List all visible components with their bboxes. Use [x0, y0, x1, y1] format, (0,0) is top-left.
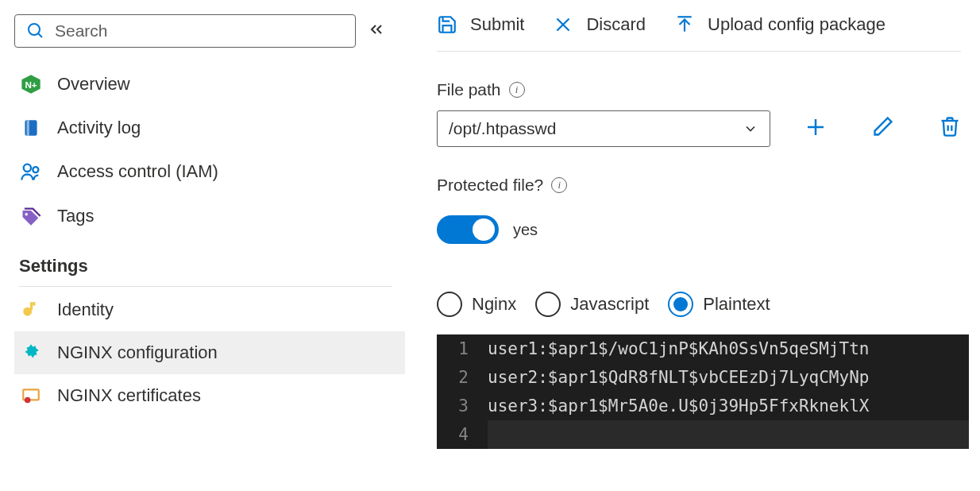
code-editor[interactable]: 1user1:$apr1$/woC1jnP$KAh0SsVn5qeSMjTtn … [437, 334, 969, 449]
add-file-button[interactable] [804, 115, 828, 143]
file-path-row: /opt/.htpasswd [437, 110, 980, 147]
sidebar-item-label: Identity [57, 300, 114, 320]
protected-value-label: yes [513, 221, 538, 239]
save-icon [437, 14, 457, 35]
sidebar-item-label: NGINX certificates [57, 385, 201, 406]
settings-section-label: Settings [19, 256, 392, 287]
toolbar-label: Discard [586, 14, 646, 35]
info-icon[interactable]: i [551, 177, 567, 193]
svg-rect-11 [33, 302, 35, 305]
sidebar-item-label: Tags [57, 206, 94, 226]
chevron-double-left-icon [367, 20, 386, 39]
search-row: Search [14, 14, 405, 48]
protected-toggle-row: yes [437, 215, 980, 244]
notebook-icon [19, 118, 43, 138]
toolbar: Submit Discard Upload config package [437, 14, 961, 52]
line-number: 4 [437, 420, 488, 449]
code-line: user3:$apr1$Mr5A0e.U$0j39Hp5FfxRkneklX [488, 392, 969, 420]
search-placeholder: Search [55, 21, 108, 41]
trash-icon [939, 115, 961, 137]
close-icon [553, 14, 573, 35]
file-path-value: /opt/.htpasswd [449, 119, 556, 138]
toggle-knob [473, 218, 495, 241]
sidebar-item-nginx-certificates[interactable]: NGINX certificates [14, 374, 405, 417]
line-number: 2 [437, 363, 488, 392]
svg-text:N+: N+ [25, 79, 37, 90]
file-actions [804, 115, 961, 143]
nginx-icon: N+ [19, 73, 43, 95]
toolbar-label: Submit [470, 14, 524, 35]
svg-line-1 [38, 33, 42, 37]
svg-point-14 [25, 397, 31, 404]
sidebar-item-activity-log[interactable]: Activity log [14, 106, 405, 149]
sidebar-item-label: NGINX configuration [57, 342, 218, 363]
gear-icon [19, 342, 43, 363]
syntax-option-plaintext[interactable]: Plaintext [668, 292, 770, 317]
code-line [488, 420, 969, 449]
sidebar-item-nginx-configuration[interactable]: NGINX configuration [14, 331, 405, 374]
radio-icon [535, 292, 561, 317]
svg-rect-5 [27, 120, 29, 136]
pencil-icon [872, 115, 894, 137]
radio-icon [437, 292, 462, 317]
sidebar-item-identity[interactable]: Identity [14, 288, 405, 331]
sidebar-item-overview[interactable]: N+ Overview [14, 62, 405, 106]
sidebar-item-label: Access control (IAM) [57, 161, 218, 182]
svg-point-6 [24, 164, 31, 172]
people-icon [19, 160, 43, 183]
svg-point-7 [33, 167, 38, 172]
sidebar-item-access-control[interactable]: Access control (IAM) [14, 149, 405, 194]
protected-toggle[interactable] [437, 215, 499, 244]
tag-icon [19, 205, 43, 227]
collapse-sidebar-button[interactable] [367, 20, 386, 43]
submit-button[interactable]: Submit [437, 14, 524, 35]
sidebar-item-label: Activity log [57, 118, 141, 138]
file-path-label: File path i [437, 80, 980, 99]
sidebar: Search N+ Overview Activity log Access c… [0, 0, 405, 491]
file-path-label-text: File path [437, 80, 501, 99]
line-number: 1 [437, 334, 488, 363]
svg-point-8 [25, 213, 28, 216]
certificate-icon [19, 385, 43, 406]
protected-label-text: Protected file? [437, 176, 543, 195]
line-number: 3 [437, 392, 488, 420]
radio-icon [668, 292, 693, 317]
info-icon[interactable]: i [509, 82, 525, 98]
search-icon [26, 21, 45, 41]
key-icon [19, 300, 43, 320]
code-line: user1:$apr1$/woC1jnP$KAh0SsVn5qeSMjTtn [488, 334, 969, 363]
toolbar-label: Upload config package [708, 14, 885, 35]
syntax-option-javascript[interactable]: Javascript [535, 292, 649, 317]
plus-icon [804, 115, 828, 139]
upload-icon [674, 14, 695, 35]
code-line: user2:$apr1$QdR8fNLT$vbCEEzDj7LyqCMyNp [488, 363, 969, 392]
sidebar-item-tags[interactable]: Tags [14, 194, 405, 238]
edit-file-button[interactable] [872, 115, 894, 143]
discard-button[interactable]: Discard [553, 14, 646, 35]
main-panel: Submit Discard Upload config package Fil… [405, 0, 980, 491]
svg-rect-10 [30, 302, 33, 310]
sidebar-item-label: Overview [57, 74, 130, 95]
syntax-radio-group: Nginx Javascript Plaintext [437, 292, 980, 317]
protected-file-label: Protected file? i [437, 176, 980, 195]
delete-file-button[interactable] [939, 115, 961, 143]
svg-point-0 [29, 24, 40, 35]
file-path-select[interactable]: /opt/.htpasswd [437, 110, 770, 147]
radio-label: Plaintext [703, 294, 770, 315]
upload-config-button[interactable]: Upload config package [674, 14, 885, 35]
chevron-down-icon [743, 121, 758, 137]
syntax-option-nginx[interactable]: Nginx [437, 292, 516, 317]
radio-label: Nginx [472, 294, 516, 315]
radio-label: Javascript [570, 294, 649, 315]
search-input[interactable]: Search [14, 14, 356, 48]
